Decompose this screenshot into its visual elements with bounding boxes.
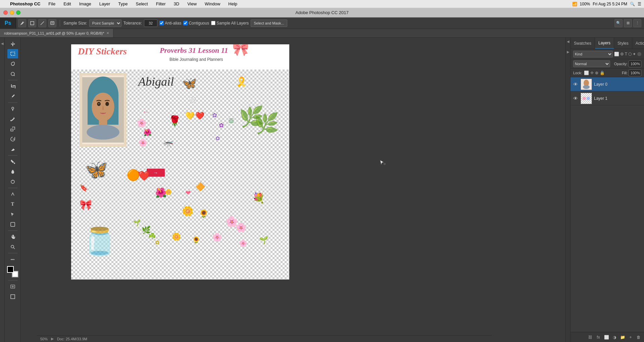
collapse-arrow-icon[interactable]: ◀ xyxy=(567,40,569,43)
document-tab[interactable]: robinsampson_P31_L11_art01.pdf @ 50% (La… xyxy=(0,29,113,37)
delete-layer-btn[interactable]: 🗑 xyxy=(635,334,642,341)
menubar-right: 📶 100% Fri Aug 25 5:24 PM 🔍 ☰ xyxy=(572,2,641,6)
pen-tool-btn[interactable] xyxy=(7,189,18,199)
purple-flower: 💐 xyxy=(252,192,265,204)
status-arrow[interactable]: ▶ xyxy=(51,337,54,341)
panel-arrange-btn[interactable]: ⋮ xyxy=(633,19,641,27)
anti-alias-checkbox[interactable] xyxy=(159,21,164,25)
flowers-1: 🌸 xyxy=(137,118,147,128)
foreground-color-swatch[interactable] xyxy=(7,266,14,273)
orange-circle: 🟠 xyxy=(127,169,140,181)
eyedropper-btn[interactable] xyxy=(7,92,18,101)
rectangular-marquee-btn[interactable] xyxy=(7,49,18,58)
new-group-btn[interactable]: 📁 xyxy=(619,334,626,341)
notification-icon[interactable]: ☰ xyxy=(638,2,641,6)
menu-3d[interactable]: 3D xyxy=(172,1,182,6)
spotlight-icon[interactable]: 🔍 xyxy=(630,2,635,6)
paint-bucket-btn[interactable] xyxy=(7,157,18,166)
screen-mode-btn[interactable] xyxy=(7,292,18,301)
menu-photoshop[interactable]: Photoshop CC xyxy=(8,1,42,6)
menu-type[interactable]: Type xyxy=(116,1,130,6)
select-and-mask-button[interactable]: Select and Mask... xyxy=(251,19,287,27)
sample-all-label: Sample All Layers xyxy=(216,21,249,26)
left-rail-collapse[interactable]: ◀ xyxy=(0,42,4,45)
tolerance-input[interactable] xyxy=(144,19,157,27)
layer-kind-select[interactable]: Kind xyxy=(573,51,613,57)
menu-view[interactable]: View xyxy=(185,1,199,6)
color-sampler-btn[interactable] xyxy=(28,19,36,27)
zoom-tool-btn[interactable] xyxy=(7,242,18,252)
tab-swatches[interactable]: Swatches xyxy=(571,38,595,49)
eyedropper-tool-btn[interactable] xyxy=(18,19,26,27)
search-btn[interactable]: 🔍 xyxy=(614,19,623,27)
expand-arrow-icon[interactable]: ▶ xyxy=(567,50,569,54)
right-panel-collapse[interactable]: ◀ ▶ xyxy=(565,38,570,342)
filter-type-icon[interactable]: T xyxy=(625,52,627,56)
filter-adjust-icon[interactable]: ⚙ xyxy=(620,52,624,56)
toolbar-right-icons: 🔍 ⊞ ⋮ xyxy=(614,19,641,27)
extra-tools-btn[interactable]: ••• xyxy=(7,255,18,264)
new-layer-btn[interactable]: + xyxy=(627,334,634,341)
note-btn[interactable] xyxy=(48,19,56,27)
maximize-window-button[interactable] xyxy=(16,10,20,15)
lasso-tool-btn[interactable] xyxy=(7,59,18,69)
clone-stamp-btn[interactable] xyxy=(7,124,18,134)
minimize-window-button[interactable] xyxy=(10,10,14,15)
contiguous-checkbox[interactable] xyxy=(183,21,188,25)
add-style-btn[interactable]: fx xyxy=(595,334,602,341)
close-window-button[interactable] xyxy=(3,10,8,15)
path-select-btn[interactable] xyxy=(7,210,18,219)
tab-close-icon[interactable]: ✕ xyxy=(106,31,109,35)
fill-input[interactable] xyxy=(629,70,641,76)
layer-1-visibility-icon[interactable]: 👁 xyxy=(573,96,579,101)
menu-file[interactable]: File xyxy=(46,1,57,6)
dodge-tool-btn[interactable] xyxy=(7,177,18,186)
add-mask-btn[interactable]: ⬜ xyxy=(603,334,610,341)
lock-all-icon[interactable]: 🔒 xyxy=(600,71,605,75)
sample-all-checkbox[interactable] xyxy=(211,21,215,25)
filter-smart-icon[interactable]: ✦ xyxy=(633,52,636,56)
history-brush-btn[interactable] xyxy=(7,134,18,144)
brush-tool-btn[interactable] xyxy=(7,114,18,124)
filter-pixel-icon[interactable]: ⬜ xyxy=(614,52,619,56)
lock-artboard-icon[interactable]: ⊕ xyxy=(595,71,598,75)
layer-item-0[interactable]: 👁 Layer 0 xyxy=(571,77,644,91)
menu-layer[interactable]: Layer xyxy=(97,1,112,6)
tab-layers[interactable]: Layers xyxy=(595,38,614,49)
color-swatches[interactable] xyxy=(7,266,18,277)
hand-tool-btn[interactable] xyxy=(7,232,18,242)
blend-mode-select[interactable]: Normal Multiply Screen Overlay xyxy=(573,60,610,67)
tab-actions[interactable]: Actions xyxy=(632,38,644,49)
layer-0-visibility-icon[interactable]: 👁 xyxy=(573,82,579,87)
quick-mask-btn[interactable] xyxy=(7,282,18,291)
layer-item-1[interactable]: 👁 Layer 1 xyxy=(571,91,644,105)
quick-select-btn[interactable] xyxy=(7,69,18,79)
lock-row: Lock: ⬜ ✛ ⊕ 🔒 Fill: xyxy=(571,69,644,77)
new-fill-btn[interactable]: ◑ xyxy=(611,334,618,341)
menu-window[interactable]: Window xyxy=(203,1,222,6)
tab-styles[interactable]: Styles xyxy=(614,38,632,49)
text-tool-btn[interactable]: T xyxy=(7,200,18,209)
lock-position-icon[interactable]: ✛ xyxy=(590,71,594,75)
eraser-btn[interactable] xyxy=(7,144,18,154)
filter-shape-icon[interactable]: ⬡ xyxy=(628,52,632,56)
ps-titlebar: Adobe Photoshop CC 2017 xyxy=(0,8,644,17)
document-canvas[interactable]: DIY Stickers Proverbs 31 Lesson 11 Bible… xyxy=(71,44,289,280)
ruler-btn[interactable] xyxy=(38,19,46,27)
blur-tool-btn[interactable] xyxy=(7,167,18,176)
shape-tool-btn[interactable] xyxy=(7,220,18,229)
healing-brush-btn[interactable] xyxy=(7,104,18,114)
menu-select[interactable]: Select xyxy=(134,1,150,6)
sample-size-select[interactable]: Point Sample xyxy=(89,19,121,27)
lock-checkered-icon[interactable]: ⬜ xyxy=(584,71,589,75)
menu-help[interactable]: Help xyxy=(226,1,239,6)
menu-edit[interactable]: Edit xyxy=(61,1,73,6)
opacity-input[interactable] xyxy=(629,60,641,67)
link-layers-btn[interactable]: ⛓ xyxy=(587,334,594,341)
menu-filter[interactable]: Filter xyxy=(154,1,168,6)
crop-tool-btn[interactable] xyxy=(7,82,18,91)
filter-toggle[interactable] xyxy=(637,52,641,56)
move-tool-btn[interactable] xyxy=(7,39,18,48)
menu-image[interactable]: Image xyxy=(77,1,93,6)
workspace-btn[interactable]: ⊞ xyxy=(624,19,632,27)
